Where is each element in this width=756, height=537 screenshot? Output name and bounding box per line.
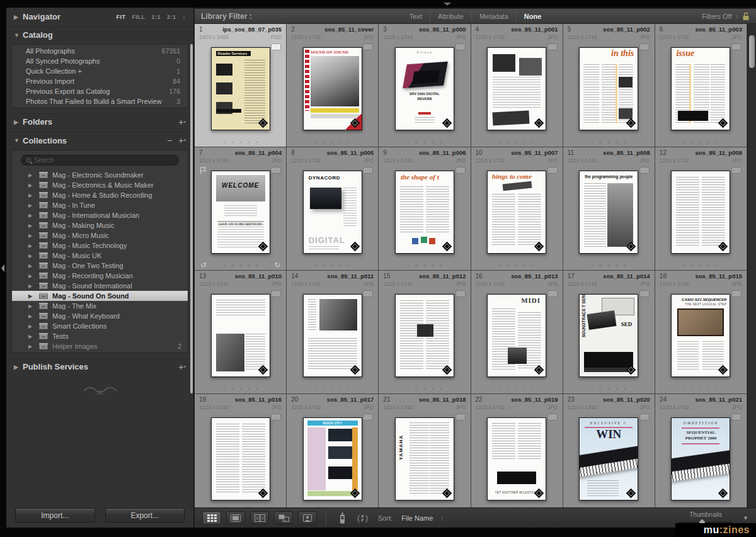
rating-dot[interactable] — [608, 388, 609, 390]
rating-dot[interactable] — [684, 142, 685, 143]
chevron-right-icon[interactable]: ▶ — [28, 344, 35, 349]
collection-item[interactable]: ▶Mag - Home & Studio Recording — [12, 190, 188, 200]
rating-dot[interactable] — [500, 265, 501, 266]
rating-dot[interactable] — [592, 388, 593, 390]
chevron-right-icon[interactable]: ▶ — [28, 273, 35, 279]
rating-dot[interactable] — [624, 142, 626, 143]
rating-dot[interactable] — [616, 142, 617, 143]
rating-dot[interactable] — [348, 265, 350, 266]
rating-dots[interactable] — [287, 142, 378, 143]
rating-dot[interactable] — [592, 265, 593, 266]
thumbnail[interactable] — [395, 294, 454, 377]
collapse-left-panel-icon[interactable] — [1, 264, 4, 272]
rating-dot[interactable] — [592, 142, 593, 143]
thumbnail[interactable] — [487, 47, 546, 130]
rating-dot[interactable] — [532, 388, 534, 390]
rating-dot[interactable] — [600, 388, 601, 390]
thumbnail-badge[interactable] — [455, 43, 466, 50]
grid-cell[interactable]: 19sos_85_11_p0161210 x 1742JPG — [195, 394, 287, 507]
rating-dots[interactable] — [195, 388, 286, 390]
grid-cell[interactable]: 22sos_85_11_p0191210 x 1742JPGYET ANOTHE… — [471, 394, 563, 507]
grid-cell[interactable]: 9sos_85_11_p0061210 x 1742JPGthe shape o… — [379, 147, 471, 271]
rating-dots[interactable] — [379, 388, 470, 390]
rating-dot[interactable] — [500, 388, 501, 390]
rating-dot[interactable] — [716, 388, 718, 390]
collection-item[interactable]: ▶Mag - Electronics & Music Maker — [12, 180, 188, 190]
filter-mode-text[interactable]: Text — [402, 11, 430, 21]
thumbnail[interactable]: YET ANOTHER MILESTONE — [487, 417, 546, 500]
rating-dot[interactable] — [600, 142, 601, 143]
collection-item[interactable]: ▶Mag - Sound International — [12, 281, 188, 291]
thumbnail[interactable]: the shape of t — [395, 171, 454, 254]
rating-dot[interactable] — [516, 388, 517, 390]
collection-item[interactable]: ▶Mag - Recording Musician — [12, 271, 188, 281]
rating-dot[interactable] — [256, 142, 258, 143]
navigator-zoom-2-1[interactable]: 2:1 — [167, 14, 176, 20]
thumbnail-badge[interactable] — [547, 167, 558, 174]
rating-dot[interactable] — [524, 388, 525, 390]
catalog-item[interactable]: Photos That Failed to Build a Smart Prev… — [12, 96, 188, 106]
grid-cell[interactable]: 1ips_sos_88_07_p0352403 x 3466PSDReader … — [195, 24, 287, 147]
rotate-left-icon[interactable]: ↺ — [200, 261, 207, 269]
survey-view-button[interactable] — [274, 511, 293, 524]
collection-item[interactable]: ▶Mag - What Keyboard — [12, 311, 188, 321]
thumbnail-badge[interactable] — [363, 290, 373, 297]
rating-dot[interactable] — [416, 388, 417, 390]
chevron-right-icon[interactable]: ▶ — [28, 314, 35, 319]
rating-dot[interactable] — [508, 142, 509, 143]
rating-dots[interactable] — [655, 142, 747, 143]
thumbnail-badge[interactable] — [363, 43, 373, 50]
rotate-right-icon[interactable]: ↻ — [274, 261, 280, 269]
rating-dots[interactable] — [471, 142, 563, 143]
rating-dot[interactable] — [500, 142, 501, 143]
chevron-right-icon[interactable]: ▶ — [28, 243, 35, 249]
catalog-header[interactable]: ▼ Catalog — [6, 25, 193, 43]
rating-dot[interactable] — [248, 388, 249, 390]
compare-view-button[interactable]: X Y — [250, 511, 269, 524]
grid-cell[interactable]: 4sos_85_11_p0011210 x 1742JPG — [471, 24, 563, 147]
grid-cell[interactable]: 2sos_85_11_cover1210 x 1742JPGSOUND ON S… — [287, 24, 379, 147]
rating-dot[interactable] — [348, 388, 350, 390]
thumbnail-badge[interactable] — [455, 290, 466, 297]
painter-tool-button[interactable] — [339, 512, 346, 524]
chevron-right-icon[interactable]: ▶ — [28, 253, 35, 259]
thumbnail[interactable]: SOUNDTRACS T SERIESSED — [579, 294, 638, 377]
thumbnail[interactable]: EXCLUSIVE CWIN — [579, 417, 638, 500]
rating-dots[interactable] — [655, 388, 747, 390]
folders-header[interactable]: ▶ Folders +▾ — [6, 112, 193, 130]
add-collection-button[interactable]: +▾ — [178, 137, 186, 144]
grid-cell[interactable]: 8sos_85_11_p0051210 x 1742JPGDYNACORDDIG… — [287, 147, 379, 271]
grid-cell[interactable]: 11sos_85_11_p0081210 x 1742JPGthe progra… — [563, 147, 655, 271]
remove-collection-button[interactable]: − — [167, 135, 172, 145]
rating-dot[interactable] — [348, 142, 350, 143]
grid-scrollbar[interactable] — [747, 24, 756, 507]
rating-dot[interactable] — [408, 388, 409, 390]
rating-dot[interactable] — [508, 265, 509, 266]
filter-mode-metadata[interactable]: Metadata — [471, 11, 516, 21]
rating-dot[interactable] — [324, 265, 325, 266]
collection-item[interactable]: ▶Mag - Music Technology — [12, 240, 188, 251]
rating-dot[interactable] — [716, 142, 718, 143]
rating-dot[interactable] — [432, 388, 433, 390]
rating-dot[interactable] — [416, 265, 417, 266]
rating-dot[interactable] — [692, 388, 693, 390]
rating-dot[interactable] — [256, 265, 258, 266]
chevron-right-icon[interactable]: ▶ — [28, 193, 35, 198]
rating-dot[interactable] — [700, 388, 701, 390]
grid-view-button[interactable] — [202, 511, 221, 524]
toolbar-options-chevron-icon[interactable]: ▼ — [739, 515, 748, 521]
grid-scrollbar-thumb[interactable] — [749, 35, 755, 68]
thumbnail[interactable]: YAMAHA — [395, 417, 454, 500]
rating-dot[interactable] — [700, 142, 701, 143]
rating-dot[interactable] — [408, 142, 409, 143]
publish-services-header[interactable]: ▶ Publish Services +▾ — [6, 357, 193, 375]
panel-scrollbar-thumb[interactable] — [190, 44, 193, 393]
thumbnail[interactable] — [211, 294, 270, 377]
rating-dot[interactable] — [240, 142, 241, 143]
thumbnail-badge[interactable] — [731, 43, 742, 50]
thumbnail-badge[interactable] — [271, 414, 281, 421]
rating-dot[interactable] — [340, 388, 341, 390]
navigator-zoom-1-1[interactable]: 1:1 — [151, 14, 161, 20]
chevron-right-icon[interactable]: ▶ — [28, 183, 35, 188]
rating-dot[interactable] — [600, 265, 601, 266]
